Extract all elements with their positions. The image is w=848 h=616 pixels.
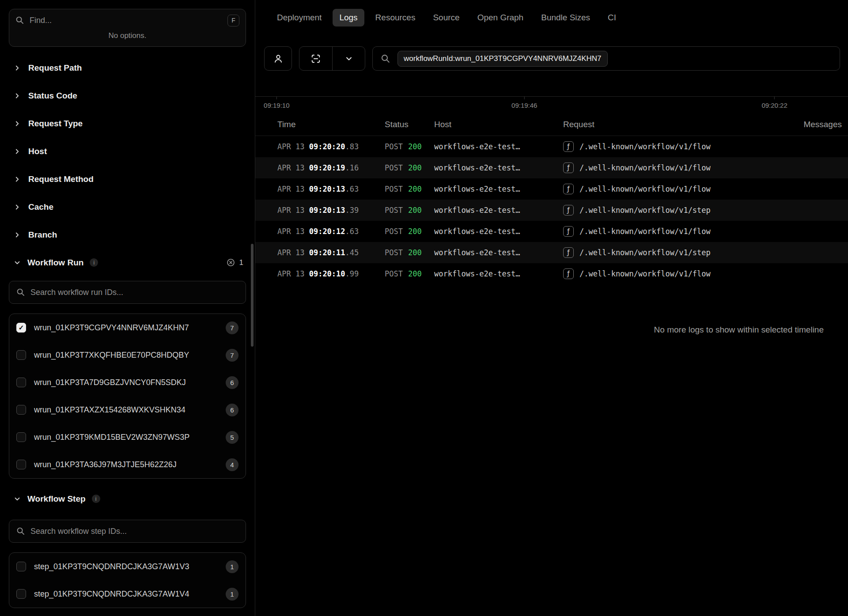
workflow-step-header[interactable]: Workflow Step — [0, 485, 255, 513]
filter-section-toggle[interactable]: Request Method — [0, 165, 255, 193]
user-agent-filter-button[interactable] — [264, 46, 292, 71]
chevron-down-icon — [344, 54, 353, 63]
status-code: 200 — [408, 248, 422, 257]
workflow-run-option[interactable]: wrun_01KP3TA7D9GBZJVNCY0FN5SDKJ 6 — [9, 369, 246, 396]
log-status-cell: POST200 — [385, 269, 434, 278]
tab-item[interactable]: Source — [426, 9, 466, 26]
status-code: 200 — [408, 185, 422, 193]
workflow-step-option[interactable]: step_01KP3T9CNQDNRDCJKA3G7AW1V3 1 — [9, 553, 246, 580]
checkbox[interactable] — [16, 432, 26, 442]
display-options-segment[interactable] — [299, 47, 332, 70]
workflow-run-search[interactable] — [9, 281, 246, 304]
log-row[interactable]: APR 13 09:20:13.39 POST200 workflows-e2e… — [255, 200, 848, 221]
timeline-tick — [774, 97, 775, 99]
log-row[interactable]: APR 13 09:20:12.63 POST200 workflows-e2e… — [255, 221, 848, 242]
log-count-badge: 7 — [226, 321, 238, 334]
display-options-button[interactable] — [299, 46, 365, 71]
checkbox[interactable] — [16, 589, 26, 599]
checkbox[interactable] — [16, 378, 26, 387]
request-path: /.well-known/workflow/v1/flow — [579, 269, 711, 278]
checkbox[interactable] — [16, 460, 26, 469]
filter-section-toggle[interactable]: Branch — [0, 221, 255, 249]
log-time-ms: .63 — [345, 227, 359, 236]
log-row[interactable]: APR 13 09:20:19.16 POST200 workflows-e2e… — [255, 157, 848, 178]
filter-section-toggle[interactable]: Status Code — [0, 82, 255, 110]
workflow-run-header[interactable]: Workflow Run 1 — [0, 249, 255, 276]
log-row[interactable]: APR 13 09:20:13.63 POST200 workflows-e2e… — [255, 178, 848, 200]
person-icon — [273, 54, 283, 64]
log-query-input[interactable]: workflowRunId:wrun_01KP3T9CGPVY4NNRV6MJZ… — [372, 46, 840, 71]
workflow-run-search-input[interactable] — [30, 288, 238, 297]
log-date: APR 13 — [277, 142, 304, 151]
workflow-run-option[interactable]: wrun_01KP3T9KMD15BEV2W3ZN97WS3P 5 — [9, 423, 246, 451]
status-code: 200 — [408, 227, 422, 236]
log-row[interactable]: APR 13 09:20:20.83 POST200 workflows-e2e… — [255, 136, 848, 157]
log-time: 09:20:10 — [309, 269, 345, 278]
log-time-ms: .45 — [345, 248, 359, 257]
checkbox[interactable] — [16, 405, 26, 415]
log-request-cell: /.well-known/workflow/v1/flow — [563, 141, 769, 152]
filter-section-label: Request Path — [28, 63, 82, 73]
workflow-run-option[interactable]: wrun_01KP3T9CGPVY4NNRV6MJZ4KHN7 7 — [9, 314, 246, 341]
tab-item[interactable]: Logs — [333, 9, 364, 26]
checkbox[interactable] — [16, 323, 26, 333]
function-icon — [563, 226, 574, 237]
workflow-run-option[interactable]: wrun_01KP3T7XKQFHBE0E70PC8HDQBY 7 — [9, 341, 246, 369]
log-request-cell: /.well-known/workflow/v1/step — [563, 247, 769, 258]
filter-section-toggle[interactable]: Host — [0, 137, 255, 165]
log-time-ms: .99 — [345, 269, 359, 278]
checkbox[interactable] — [16, 350, 26, 360]
filter-section-toggle[interactable]: Request Type — [0, 110, 255, 137]
workflow-step-option[interactable]: step_01KP3T9CNQDNRDCJKA3G7AW1V4 1 — [9, 580, 246, 608]
timeline-marker: 09:19:10 — [264, 97, 289, 109]
tab-item[interactable]: Bundle Sizes — [534, 9, 597, 26]
log-time: 09:20:13 — [309, 206, 345, 215]
log-host-cell: workflows-e2e-test… — [434, 163, 563, 172]
tab-item[interactable]: Open Graph — [471, 9, 530, 26]
filter-section-label: Status Code — [28, 91, 77, 101]
log-time-cell: APR 13 09:20:12.63 — [277, 227, 385, 236]
find-input-row[interactable]: F — [9, 9, 246, 31]
log-status-cell: POST200 — [385, 206, 434, 215]
request-method: POST — [385, 269, 403, 278]
circle-x-icon — [227, 258, 235, 267]
filter-section-toggle[interactable]: Request Path — [0, 54, 255, 82]
display-options-dropdown[interactable] — [332, 47, 365, 70]
workflow-run-id: wrun_01KP3T7XKQFHBE0E70PC8HDQBY — [34, 351, 218, 360]
log-row[interactable]: APR 13 09:20:10.99 POST200 workflows-e2e… — [255, 263, 848, 284]
filter-section-toggle[interactable]: Cache — [0, 193, 255, 221]
timeline-timestamp: 09:19:46 — [511, 102, 537, 109]
log-host-cell: workflows-e2e-test… — [434, 227, 563, 236]
column-header-time: Time — [277, 120, 385, 129]
status-code: 200 — [408, 269, 422, 278]
workflow-run-id: wrun_01KP3T9KMD15BEV2W3ZN97WS3P — [34, 433, 218, 442]
query-filter-token[interactable]: workflowRunId:wrun_01KP3T9CGPVY4NNRV6MJZ… — [398, 51, 608, 67]
search-icon — [381, 54, 390, 64]
workflow-step-search-input[interactable] — [30, 527, 238, 536]
chevron-right-icon — [13, 120, 21, 128]
column-header-host: Host — [434, 120, 563, 129]
tab-item[interactable]: CI — [601, 9, 623, 26]
column-header-messages: Messages — [803, 120, 842, 129]
request-path: /.well-known/workflow/v1/flow — [579, 163, 711, 172]
filters-sidebar: F No options. Request Path Status Code — [0, 0, 255, 616]
log-row[interactable]: APR 13 09:20:11.45 POST200 workflows-e2e… — [255, 242, 848, 263]
workflow-run-option[interactable]: wrun_01KP3TA36J97M3JTJE5H62Z26J 4 — [9, 451, 246, 478]
tab-item[interactable]: Deployment — [270, 9, 328, 26]
log-count-badge: 6 — [226, 404, 238, 416]
filter-section-label: Request Type — [28, 119, 83, 128]
workflow-run-id: wrun_01KP3TAXZX154268WXKVSHKN34 — [34, 405, 218, 415]
find-filter-input[interactable] — [30, 16, 222, 25]
clear-workflow-run-filter-button[interactable]: 1 — [227, 258, 243, 267]
log-time-cell: APR 13 09:20:10.99 — [277, 269, 385, 278]
filter-section-label: Host — [28, 147, 47, 156]
log-date: APR 13 — [277, 227, 304, 236]
tab-item[interactable]: Resources — [369, 9, 422, 26]
workflow-run-option[interactable]: wrun_01KP3TAXZX154268WXKVSHKN34 6 — [9, 396, 246, 423]
sidebar-scrollbar[interactable] — [251, 244, 254, 347]
request-method: POST — [385, 185, 403, 193]
workflow-step-search[interactable] — [9, 520, 246, 543]
log-timeline[interactable]: 09:19:10 09:19:46 09:20:22 — [255, 96, 848, 113]
log-time-ms: .63 — [345, 185, 359, 193]
checkbox[interactable] — [16, 562, 26, 571]
